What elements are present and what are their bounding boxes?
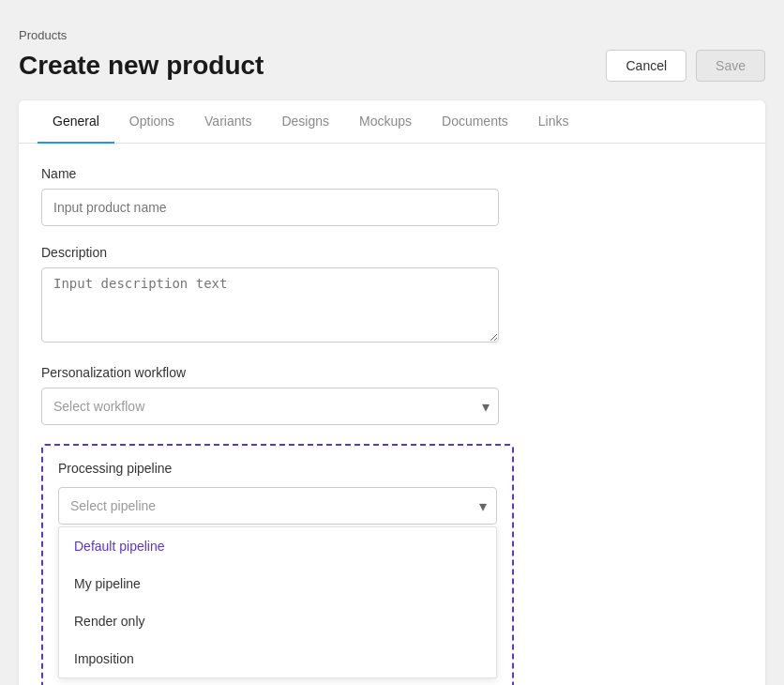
header-actions: Cancel Save bbox=[606, 50, 765, 82]
main-card: General Options Variants Designs Mockups… bbox=[19, 100, 765, 685]
pipeline-dropdown-menu: Default pipeline My pipeline Render only… bbox=[58, 526, 497, 678]
tab-options[interactable]: Options bbox=[114, 100, 189, 144]
pipeline-option-my-pipeline[interactable]: My pipeline bbox=[59, 565, 496, 602]
workflow-select-wrapper: Select workflow ▾ bbox=[41, 388, 499, 425]
pipeline-option-render-only[interactable]: Render only bbox=[59, 602, 496, 640]
name-input[interactable] bbox=[41, 189, 499, 226]
pipeline-select-wrapper: Select pipeline ▾ Default pipeline My pi… bbox=[58, 487, 497, 678]
workflow-select[interactable]: Select workflow bbox=[41, 388, 499, 425]
tabs-container: General Options Variants Designs Mockups… bbox=[19, 100, 765, 144]
page-header: Create new product Cancel Save bbox=[19, 50, 765, 82]
pipeline-option-default[interactable]: Default pipeline bbox=[59, 527, 496, 565]
pipeline-placeholder: Select pipeline bbox=[70, 498, 156, 513]
tab-variants[interactable]: Variants bbox=[189, 100, 266, 144]
name-label: Name bbox=[41, 166, 743, 181]
tab-general[interactable]: General bbox=[38, 100, 114, 144]
description-label: Description bbox=[41, 245, 743, 260]
pipeline-option-imposition[interactable]: Imposition bbox=[59, 640, 496, 677]
workflow-group: Personalization workflow Select workflow… bbox=[41, 365, 743, 425]
cancel-button[interactable]: Cancel bbox=[606, 50, 686, 82]
processing-pipeline-section: Processing pipeline Select pipeline ▾ De… bbox=[41, 444, 514, 685]
pipeline-chevron-down-icon: ▾ bbox=[479, 497, 487, 515]
description-group: Description bbox=[41, 245, 743, 346]
tab-documents[interactable]: Documents bbox=[427, 100, 523, 144]
pipeline-select-display[interactable]: Select pipeline ▾ bbox=[58, 487, 497, 525]
description-input[interactable] bbox=[41, 267, 499, 342]
pipeline-label: Processing pipeline bbox=[58, 461, 497, 476]
form-body: Name Description Personalization workflo… bbox=[19, 144, 765, 685]
tab-links[interactable]: Links bbox=[523, 100, 584, 144]
tab-mockups[interactable]: Mockups bbox=[344, 100, 427, 144]
page-title: Create new product bbox=[19, 51, 264, 81]
breadcrumb[interactable]: Products bbox=[19, 28, 765, 42]
tab-designs[interactable]: Designs bbox=[266, 100, 344, 144]
name-group: Name bbox=[41, 166, 743, 226]
workflow-label: Personalization workflow bbox=[41, 365, 743, 380]
page-wrapper: Products Create new product Cancel Save … bbox=[0, 0, 784, 685]
save-button[interactable]: Save bbox=[696, 50, 765, 82]
